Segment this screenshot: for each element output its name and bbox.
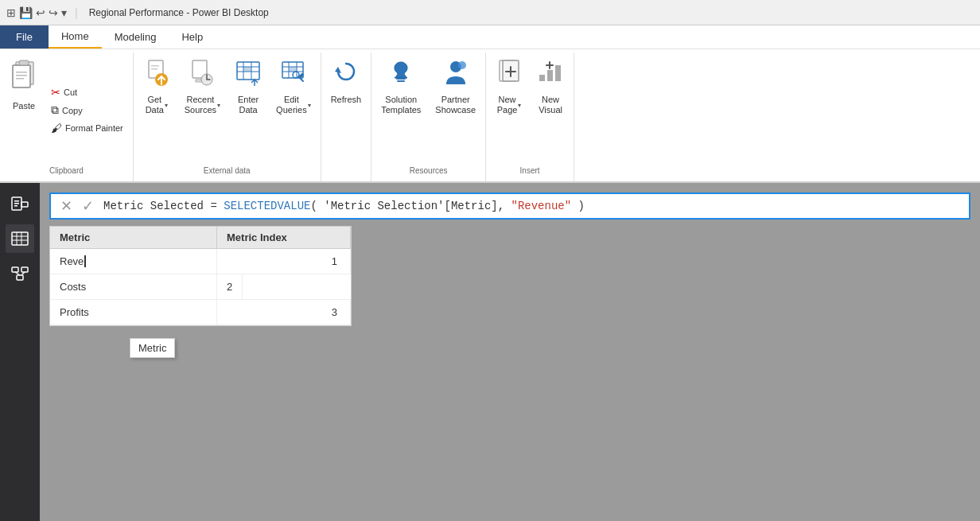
svg-rect-54 (17, 275, 23, 280)
sidebar-report-icon[interactable] (6, 189, 34, 218)
ribbon: Paste ✂ Cut ⧉ Copy 🖌 Format Painter (0, 49, 980, 183)
title-bar-icons: ⊞ 💾 ↩ ↪ ▾ | (6, 6, 83, 19)
new-visual-icon (538, 59, 563, 91)
formula-cancel-icon[interactable]: ✕ (57, 197, 76, 215)
svg-rect-53 (21, 267, 28, 272)
svg-rect-3 (16, 72, 27, 73)
get-data-button[interactable]: GetData ▾ (137, 56, 177, 119)
sidebar-model-icon[interactable] (6, 259, 34, 288)
cell-index-2: 2 (217, 274, 243, 299)
refresh-icon (333, 59, 359, 91)
table-row[interactable]: Profits 3 (50, 300, 351, 325)
svg-rect-46 (21, 202, 28, 207)
refresh-label: Refresh (331, 95, 362, 105)
svg-rect-29 (396, 78, 406, 80)
svg-rect-37 (539, 75, 545, 81)
canvas-area: ✕ ✓ Metric Selected = SELECTEDVALUE( 'Me… (40, 183, 980, 521)
formula-bar: ✕ ✓ Metric Selected = SELECTEDVALUE( 'Me… (49, 192, 970, 220)
window-title: Regional Performance - Power BI Desktop (89, 7, 269, 18)
table-row[interactable]: Reve 1 (50, 249, 351, 274)
svg-rect-2 (19, 60, 29, 65)
clipboard-wrapper: Paste ✂ Cut ⧉ Copy 🖌 Format Painter (3, 56, 130, 178)
get-data-label: GetData (146, 95, 164, 115)
save-icon[interactable]: 💾 (19, 6, 33, 19)
menu-modeling[interactable]: Modeling (102, 25, 169, 49)
external-data-group: GetData ▾ RecentSources ▾ (134, 52, 321, 181)
svg-rect-8 (151, 65, 159, 67)
new-visual-button[interactable]: NewVisual (531, 56, 570, 119)
formula-text-normal2: ( 'Metric Selection'[Metric], (310, 200, 511, 212)
copy-button[interactable]: ⧉ Copy (48, 102, 126, 119)
menu-file[interactable]: File (0, 25, 49, 49)
enter-data-label: EnterData (238, 95, 259, 115)
svg-rect-25 (289, 67, 297, 72)
refresh-button[interactable]: Refresh (325, 56, 368, 108)
insert-group: NewPage ▾ NewVisual Insert (486, 52, 574, 181)
tooltip: Metric (130, 338, 175, 358)
insert-label: Insert (489, 165, 570, 178)
get-data-icon (144, 59, 169, 91)
svg-rect-18 (243, 67, 251, 72)
svg-rect-52 (12, 267, 18, 272)
partner-showcase-button[interactable]: PartnerShowcase (429, 56, 482, 119)
cursor (84, 255, 86, 267)
new-page-dropdown: ▾ (518, 102, 521, 109)
cut-button[interactable]: ✂ Cut (48, 84, 126, 100)
enter-data-button[interactable]: EnterData (228, 56, 268, 119)
formula-string: "Revenue" (511, 200, 572, 212)
cell-metric-1: Reve (50, 249, 217, 274)
main-area: ✕ ✓ Metric Selected = SELECTEDVALUE( 'Me… (0, 183, 980, 521)
undo-icon[interactable]: ↩ (36, 6, 45, 19)
svg-point-32 (458, 61, 466, 69)
formula-content: Metric Selected = SELECTEDVALUE( 'Metric… (97, 198, 962, 214)
new-page-button[interactable]: NewPage ▾ (489, 56, 529, 119)
solution-templates-button[interactable]: SolutionTemplates (375, 56, 427, 119)
dropdown-icon[interactable]: ▾ (61, 6, 67, 19)
cut-icon: ✂ (51, 86, 60, 99)
recent-sources-button[interactable]: RecentSources ▾ (178, 56, 227, 119)
left-sidebar (0, 183, 40, 521)
svg-rect-30 (397, 80, 405, 82)
paste-label: Paste (13, 101, 35, 111)
clipboard-label: Clipboard (49, 165, 84, 178)
edit-queries-dropdown: ▾ (308, 102, 311, 109)
new-visual-label: NewVisual (539, 95, 562, 115)
refresh-group: Refresh - (321, 52, 372, 181)
refresh-buttons: Refresh (325, 56, 368, 165)
separator: | (75, 6, 78, 19)
formula-confirm-icon[interactable]: ✓ (79, 197, 97, 215)
cell-index-1: 1 (217, 249, 351, 274)
partner-showcase-label: PartnerShowcase (435, 95, 476, 115)
menu-bar: File Home Modeling Help (0, 25, 980, 49)
new-page-icon (496, 59, 522, 91)
cell-metric-3: Profits (50, 300, 217, 325)
menu-home[interactable]: Home (49, 25, 102, 49)
paste-button[interactable]: Paste (3, 56, 45, 165)
svg-rect-44 (14, 203, 19, 204)
svg-rect-38 (547, 70, 553, 81)
table-header: Metric Metric Index (50, 227, 351, 249)
table-row[interactable]: Costs 2 Metric (50, 274, 351, 300)
copy-icon: ⧉ (51, 103, 59, 117)
sidebar-data-icon[interactable] (6, 224, 34, 253)
partner-showcase-icon (441, 59, 470, 91)
formula-keyword: SELECTEDVALUE (224, 200, 310, 212)
paste-icon (10, 59, 38, 99)
svg-rect-5 (16, 78, 24, 80)
format-painter-button[interactable]: 🖌 Format Painter (48, 120, 126, 136)
menu-help[interactable]: Help (169, 25, 216, 49)
recent-sources-label: RecentSources (185, 95, 216, 115)
svg-rect-47 (12, 232, 28, 245)
format-painter-icon: 🖌 (51, 122, 62, 134)
refresh-label-group: - (325, 165, 368, 178)
formula-text-normal1: Metric Selected = (103, 200, 224, 212)
edit-queries-button[interactable]: EditQueries ▾ (270, 56, 317, 119)
new-page-label: NewPage (497, 95, 518, 115)
recent-sources-dropdown: ▾ (217, 102, 220, 109)
svg-rect-43 (14, 200, 19, 202)
get-data-dropdown-arrow: ▾ (165, 102, 168, 109)
column-metric-index: Metric Index (217, 227, 351, 248)
insert-buttons: NewPage ▾ NewVisual (489, 56, 570, 165)
redo-icon[interactable]: ↪ (49, 6, 58, 19)
enter-data-icon (235, 59, 261, 91)
